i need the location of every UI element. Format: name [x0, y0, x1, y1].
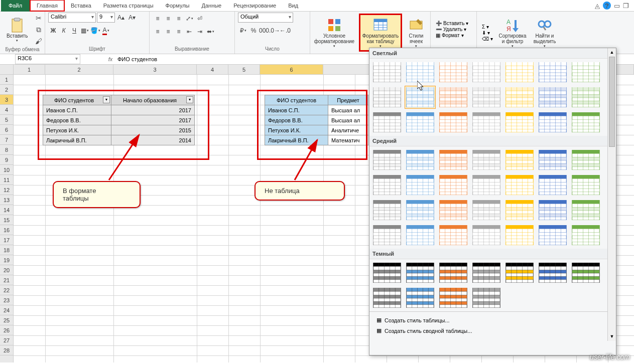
align-center-icon[interactable]: ≡: [163, 27, 173, 37]
row-header[interactable]: 19: [0, 255, 13, 265]
table-style-thumb[interactable]: [405, 261, 436, 284]
help-icon[interactable]: ?: [603, 2, 611, 10]
table-cell[interactable]: Лакричный В.П.: [265, 135, 328, 145]
table-style-thumb[interactable]: [471, 61, 502, 84]
table-style-thumb[interactable]: [504, 61, 535, 84]
table-cell[interactable]: Иванов С.П.: [265, 105, 328, 115]
filter-icon[interactable]: ▾: [186, 96, 193, 103]
row-header[interactable]: 25: [0, 315, 13, 325]
table-style-thumb[interactable]: [504, 86, 535, 109]
table-style-thumb[interactable]: [371, 61, 403, 84]
find-select-button[interactable]: Найти и выделить▾: [530, 15, 559, 51]
align-bottom-icon[interactable]: ≡: [174, 14, 184, 24]
table-style-thumb[interactable]: [537, 224, 568, 247]
indent-dec-icon[interactable]: ⇤: [184, 27, 194, 37]
table-style-thumb[interactable]: [504, 148, 535, 171]
gallery-scrollbar[interactable]: ▲ ▼: [607, 48, 616, 341]
table-style-thumb[interactable]: [371, 86, 403, 109]
table-cell[interactable]: Петухов И.К.: [43, 125, 111, 135]
delete-cells-button[interactable]: ➖Удалить ▾: [436, 27, 468, 32]
table-style-thumb[interactable]: [371, 199, 403, 222]
column-header[interactable]: 3: [113, 65, 197, 74]
grow-font-icon[interactable]: A▴: [116, 13, 126, 23]
row-header[interactable]: 16: [0, 225, 13, 235]
scroll-up-icon[interactable]: ▲: [608, 48, 616, 57]
table-style-thumb[interactable]: [438, 148, 469, 171]
table-style-thumb[interactable]: [471, 286, 502, 309]
italic-icon[interactable]: К: [59, 26, 69, 36]
table-header[interactable]: ФИО студентов▾: [43, 95, 111, 105]
fill-button[interactable]: ⬇ ▾: [482, 30, 493, 36]
table-style-thumb[interactable]: [371, 111, 403, 134]
table-style-thumb[interactable]: [537, 173, 568, 197]
percent-icon[interactable]: %: [248, 26, 259, 36]
table-style-thumb[interactable]: [504, 111, 535, 134]
table-cell[interactable]: Высшая ал: [328, 105, 368, 115]
font-color-icon[interactable]: A: [101, 26, 111, 36]
table-style-thumb[interactable]: [438, 199, 469, 222]
table-style-thumb[interactable]: [537, 111, 568, 134]
new-pivot-style-button[interactable]: ▦Создать стиль сводной таблицы...: [372, 325, 613, 336]
tab-file[interactable]: Файл: [1, 0, 30, 12]
table-cell[interactable]: Математич: [328, 135, 368, 145]
row-header[interactable]: 11: [0, 175, 13, 185]
table-style-thumb[interactable]: [471, 224, 502, 247]
table-style-thumb[interactable]: [570, 148, 601, 171]
table-style-thumb[interactable]: [438, 224, 469, 247]
row-header[interactable]: 5: [0, 115, 13, 125]
indent-inc-icon[interactable]: ⇥: [195, 27, 205, 37]
row-header[interactable]: 28: [0, 345, 13, 355]
currency-icon[interactable]: ₽: [238, 26, 248, 36]
table-style-thumb[interactable]: [504, 261, 535, 284]
select-all-corner[interactable]: [0, 65, 14, 74]
table-style-thumb[interactable]: [504, 224, 535, 247]
row-header[interactable]: 4: [0, 105, 13, 115]
table-cell[interactable]: Иванов С.П.: [43, 105, 111, 115]
font-name-combo[interactable]: Calibri: [48, 13, 96, 23]
table-style-thumb[interactable]: [371, 286, 403, 309]
table-cell[interactable]: 2014: [111, 135, 195, 145]
new-table-style-button[interactable]: ▦Создать стиль таблицы...: [372, 315, 613, 325]
format-painter-icon[interactable]: 🖌: [33, 36, 44, 47]
table-cell[interactable]: Аналитиче: [328, 125, 368, 135]
table-header[interactable]: Предмет: [328, 95, 368, 105]
column-header[interactable]: 1: [14, 65, 45, 74]
font-size-combo[interactable]: 9: [97, 13, 115, 23]
table-style-thumb[interactable]: [371, 173, 403, 197]
cut-icon[interactable]: ✂: [33, 13, 44, 24]
table-style-thumb[interactable]: [537, 86, 568, 109]
row-header[interactable]: 26: [0, 325, 13, 335]
name-box[interactable]: R3C6: [15, 54, 80, 64]
tab-page-layout[interactable]: Разметка страницы: [97, 1, 160, 11]
format-cells-button[interactable]: ▦Формат ▾: [436, 33, 468, 38]
row-header[interactable]: 20: [0, 265, 13, 275]
conditional-formatting-button[interactable]: Условное форматирование▾: [312, 15, 357, 51]
table-style-thumb[interactable]: [570, 261, 601, 284]
row-header[interactable]: 23: [0, 295, 13, 305]
bold-icon[interactable]: Ж: [48, 26, 58, 36]
window-restore-icon[interactable]: ❐: [623, 2, 629, 10]
table-style-thumb[interactable]: [371, 261, 403, 284]
autosum-button[interactable]: Σ ▾: [482, 24, 493, 30]
clear-button[interactable]: ⌫ ▾: [482, 36, 493, 42]
row-header[interactable]: 2: [0, 85, 13, 95]
row-header[interactable]: 12: [0, 185, 13, 195]
cell-styles-button[interactable]: Стили ячеек▾: [404, 15, 428, 51]
tab-insert[interactable]: Вставка: [65, 1, 97, 11]
table-style-thumb[interactable]: [537, 148, 568, 171]
table-cell[interactable]: Федоров В.В.: [265, 115, 328, 125]
table-style-thumb[interactable]: [471, 261, 502, 284]
table-style-thumb[interactable]: [471, 86, 502, 109]
merge-icon[interactable]: ⬌: [205, 27, 215, 37]
filter-icon[interactable]: ▾: [103, 96, 110, 103]
orientation-icon[interactable]: ⤢: [184, 14, 194, 24]
table-style-thumb[interactable]: [405, 111, 436, 134]
table-cell[interactable]: 2017: [111, 115, 195, 125]
column-header[interactable]: 4: [197, 65, 228, 74]
table-header[interactable]: ФИО студентов: [265, 95, 328, 105]
row-header[interactable]: 22: [0, 285, 13, 295]
table-style-thumb[interactable]: [405, 224, 436, 247]
align-left-icon[interactable]: ≡: [153, 27, 163, 37]
table-style-thumb[interactable]: [471, 173, 502, 197]
row-header[interactable]: 21: [0, 275, 13, 285]
